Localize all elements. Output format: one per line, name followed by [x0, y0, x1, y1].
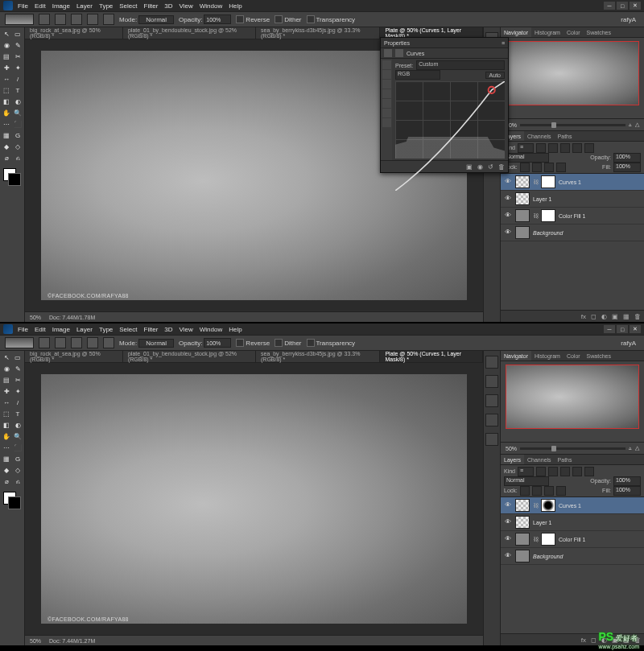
tool-20[interactable]: ◆ — [2, 142, 12, 152]
menu-3d[interactable]: 3D — [164, 2, 172, 10]
visibility-icon[interactable]: 👁 — [504, 195, 512, 203]
tool-10[interactable]: ⬚ — [2, 85, 12, 96]
layer-thumb[interactable] — [515, 516, 530, 529]
layer-name[interactable]: Color Fill 1 — [559, 213, 585, 219]
dock-icon-2[interactable] — [485, 394, 498, 407]
filter-icon-3[interactable] — [572, 467, 582, 476]
panel-tab-channels[interactable]: Channels — [524, 131, 555, 141]
color-swatch[interactable] — [3, 168, 21, 186]
gradient-angle-button[interactable] — [71, 337, 82, 348]
tool-9[interactable]: / — [13, 398, 23, 408]
filter-icon-4[interactable] — [584, 467, 594, 476]
filter-icon-0[interactable] — [536, 143, 546, 153]
tool-4[interactable]: ▤ — [2, 375, 12, 385]
tool-0[interactable]: ↖ — [2, 29, 12, 39]
curves-graph[interactable] — [395, 81, 505, 159]
menu-view[interactable]: View — [180, 326, 193, 333]
blend-mode-select[interactable]: Normal — [504, 153, 549, 163]
panel-tab-histogram[interactable]: Histogram — [531, 27, 564, 37]
curves-tool-4[interactable] — [382, 99, 391, 108]
filter-icon-2[interactable] — [560, 143, 570, 153]
layer-row[interactable]: 👁⛓Curves 1 — [501, 497, 644, 514]
tool-21[interactable]: ◇ — [13, 465, 23, 476]
close-button[interactable]: ✕ — [630, 2, 641, 10]
tool-1[interactable]: ▭ — [13, 29, 23, 39]
maximize-button[interactable]: □ — [617, 2, 628, 10]
menu-image[interactable]: Image — [52, 326, 70, 333]
tool-23[interactable]: ⎌ — [13, 153, 23, 163]
tool-14[interactable]: ✋ — [2, 108, 12, 118]
panel-tab-color[interactable]: Color — [564, 351, 584, 361]
tool-16[interactable]: ⋯ — [2, 119, 12, 130]
mask-thumb[interactable] — [541, 209, 555, 222]
fill-input[interactable]: 100% — [613, 163, 641, 172]
layer-thumb[interactable] — [515, 175, 530, 188]
tool-3[interactable]: ✎ — [13, 40, 23, 51]
layer-row[interactable]: 👁⛓Color Fill 1 — [501, 208, 644, 225]
panel-menu-icon[interactable]: ≡ — [502, 40, 505, 46]
layer-name[interactable]: Curves 1 — [559, 503, 581, 509]
minimize-button[interactable]: ─ — [604, 2, 615, 10]
tab-0[interactable]: big_rock_at_sea.jpg @ 50% (RGB/8) * — [25, 351, 123, 362]
lock-icon-1[interactable] — [532, 486, 542, 496]
layer-thumb[interactable] — [515, 209, 530, 222]
lock-icon-0[interactable] — [520, 163, 530, 172]
new-button[interactable]: ▦ — [623, 313, 630, 320]
tool-15[interactable]: 🔍 — [13, 431, 23, 442]
gradient-linear-button[interactable] — [39, 337, 50, 348]
link-icon[interactable]: ⛓ — [533, 213, 538, 219]
mask-icon[interactable] — [395, 49, 403, 57]
menu-select[interactable]: Select — [119, 2, 137, 10]
nav-zoom-slider[interactable] — [520, 124, 625, 126]
menu-image[interactable]: Image — [52, 2, 70, 10]
visibility-icon[interactable]: 👁 — [504, 518, 512, 526]
tool-13[interactable]: ◐ — [13, 420, 23, 431]
tab-2[interactable]: sea_by_berrykiss-d3b45js.jpg @ 33.3% (RG… — [256, 27, 380, 39]
menu-window[interactable]: Window — [200, 2, 222, 10]
tool-20[interactable]: ◆ — [2, 465, 12, 476]
panel-tab-layers[interactable]: Layers — [501, 455, 524, 464]
mode-select[interactable]: Normal — [138, 15, 174, 24]
auto-button[interactable]: Auto — [485, 72, 505, 79]
opacity-input[interactable] — [204, 14, 231, 24]
link-icon[interactable]: ⛓ — [533, 503, 538, 509]
layer-row[interactable]: 👁Layer 1 — [501, 514, 644, 531]
layer-name[interactable]: Color Fill 1 — [559, 537, 585, 542]
user-name[interactable]: rafyA — [621, 16, 636, 23]
tool-9[interactable]: / — [13, 74, 23, 84]
tool-18[interactable]: ▦ — [2, 130, 12, 141]
transparency-checkbox[interactable] — [307, 15, 315, 23]
lock-icon-3[interactable] — [556, 163, 566, 172]
filter-icon-0[interactable] — [536, 467, 546, 476]
tool-7[interactable]: ✦ — [13, 63, 23, 73]
tool-17[interactable]: ⬛ — [13, 119, 23, 130]
curves-tool-1[interactable] — [382, 70, 391, 79]
mask-thumb[interactable] — [541, 533, 555, 546]
zoom-in-icon[interactable]: △ — [635, 445, 639, 451]
menu-edit[interactable]: Edit — [35, 326, 46, 333]
layer-thumb[interactable] — [515, 499, 530, 512]
tool-21[interactable]: ◇ — [13, 142, 23, 152]
layer-row[interactable]: 👁Background — [501, 225, 644, 241]
tool-18[interactable]: ▦ — [2, 454, 12, 464]
layer-thumb[interactable] — [515, 550, 530, 562]
canvas[interactable]: ©FACEBOOK.COM/RAFYA88 — [41, 374, 467, 624]
reverse-checkbox[interactable] — [236, 339, 244, 347]
layer-name[interactable]: Background — [533, 230, 563, 236]
tool-7[interactable]: ✦ — [13, 386, 23, 397]
layer-row[interactable]: 👁Layer 1 — [501, 191, 644, 208]
maximize-button[interactable]: □ — [617, 325, 628, 333]
tool-22[interactable]: ⌀ — [2, 153, 12, 163]
panel-tab-swatches[interactable]: Swatches — [584, 27, 614, 37]
tab-2[interactable]: sea_by_berrykiss-d3b45js.jpg @ 33.3% (RG… — [256, 351, 380, 362]
filter-icon-2[interactable] — [560, 467, 570, 476]
tab-3[interactable]: Plate @ 50% (Curves 1, Layer Mask/8) * — [380, 351, 483, 362]
tool-0[interactable]: ↖ — [2, 352, 12, 363]
gradient-reflected-button[interactable] — [87, 14, 98, 25]
navigator-thumb[interactable] — [506, 41, 639, 105]
tool-17[interactable]: ⬛ — [13, 443, 23, 453]
tool-12[interactable]: ◧ — [2, 420, 12, 431]
channel-select[interactable]: RGB — [395, 70, 440, 80]
mask-button[interactable]: ◻ — [591, 637, 597, 644]
tab-1[interactable]: plate_01_by_bendoubleu_stock.jpg @ 52% (… — [123, 351, 256, 362]
